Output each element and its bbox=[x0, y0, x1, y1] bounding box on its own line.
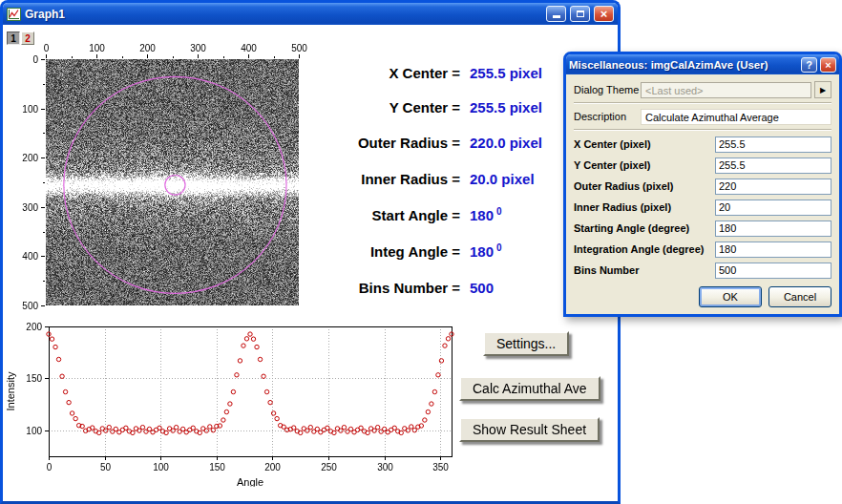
field-integration-angle: Integration Angle (degree) bbox=[574, 239, 831, 260]
minimize-icon bbox=[553, 15, 560, 18]
description-value: Calculate Azimuthal Average bbox=[641, 109, 831, 125]
dialog-theme-label: Dialog Theme bbox=[574, 84, 641, 95]
calc-azimuthal-ave-button[interactable]: Calc Azimuthal Ave bbox=[459, 376, 600, 401]
theme-menu-arrow-button[interactable]: ▶ bbox=[814, 81, 831, 98]
x-center-input[interactable] bbox=[715, 136, 831, 153]
window-title: Graph1 bbox=[25, 8, 542, 21]
bins-number-input[interactable] bbox=[715, 262, 831, 279]
starting-angle-input[interactable] bbox=[715, 220, 831, 237]
cancel-button[interactable]: Cancel bbox=[768, 286, 831, 307]
imgcalazimave-dialog: Miscellaneous: imgCalAzimAve (User) ? × … bbox=[563, 52, 842, 317]
field-x-center: X Center (pixel) bbox=[574, 134, 831, 155]
graph-window-icon bbox=[7, 8, 21, 21]
dialog-body: Dialog Theme <Last used> ▶ Description C… bbox=[566, 74, 839, 313]
graph1-titlebar[interactable]: Graph1 × bbox=[3, 3, 618, 25]
restore-icon bbox=[577, 10, 584, 17]
description-label: Description bbox=[574, 111, 641, 122]
field-bins-number: Bins Number bbox=[574, 260, 831, 281]
fft-image-plot[interactable] bbox=[3, 40, 308, 313]
dialog-title: Miscellaneous: imgCalAzimAve (User) bbox=[569, 59, 798, 71]
dialog-close-button[interactable]: × bbox=[820, 57, 836, 73]
dialog-titlebar[interactable]: Miscellaneous: imgCalAzimAve (User) ? × bbox=[566, 54, 839, 74]
close-button[interactable]: × bbox=[594, 6, 614, 22]
outer-radius-input[interactable] bbox=[715, 178, 831, 195]
separator bbox=[574, 102, 831, 104]
field-inner-radius: Inner Radius (pixel) bbox=[574, 197, 831, 218]
field-y-center: Y Center (pixel) bbox=[574, 155, 831, 176]
graph-page: 1 2 X Center = 255.5 pixel Y Center = 25… bbox=[3, 25, 618, 501]
dialog-help-button[interactable]: ? bbox=[801, 57, 817, 73]
show-result-sheet-button[interactable]: Show Result Sheet bbox=[459, 417, 600, 442]
dialog-theme-combobox[interactable]: <Last used> bbox=[641, 82, 811, 98]
field-starting-angle: Starting Angle (degree) bbox=[574, 218, 831, 239]
integration-angle-input[interactable] bbox=[715, 242, 831, 258]
y-center-input[interactable] bbox=[715, 158, 831, 174]
desktop: Graph1 × 1 2 X Center = 255.5 pixel Y Ce… bbox=[0, 0, 842, 504]
field-outer-radius: Outer Radius (pixel) bbox=[574, 176, 831, 197]
ok-button[interactable]: OK bbox=[699, 286, 762, 307]
minimize-button[interactable] bbox=[546, 6, 566, 22]
dialog-button-row: OK Cancel bbox=[574, 286, 831, 307]
close-icon: × bbox=[600, 8, 608, 20]
inner-radius-input[interactable] bbox=[715, 200, 831, 216]
separator bbox=[574, 129, 831, 131]
dialog-theme-row: Dialog Theme <Last used> ▶ bbox=[574, 80, 831, 99]
restore-button[interactable] bbox=[570, 6, 590, 22]
description-row: Description Calculate Azimuthal Average bbox=[574, 107, 831, 126]
azimuthal-average-plot bbox=[3, 311, 480, 487]
graph1-window: Graph1 × 1 2 X Center = 255.5 pixel Y Ce… bbox=[0, 0, 621, 504]
settings-button[interactable]: Settings... bbox=[483, 331, 569, 356]
